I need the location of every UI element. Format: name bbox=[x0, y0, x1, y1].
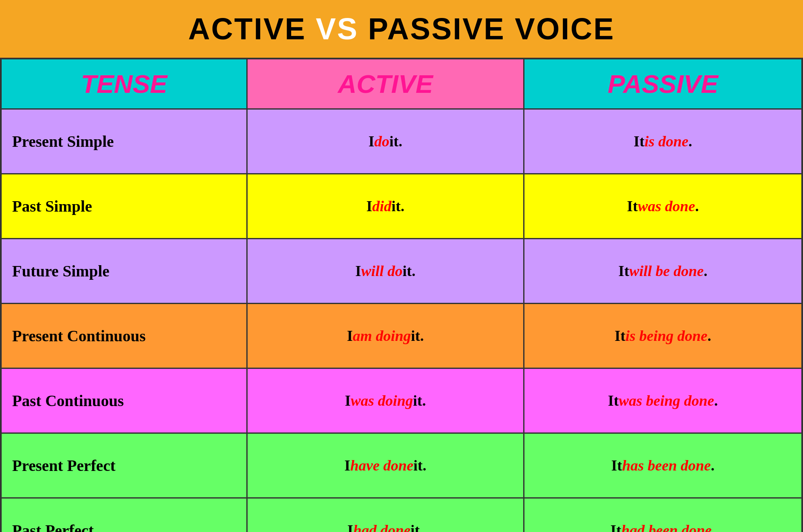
tense-header-label: TENSE bbox=[81, 69, 167, 99]
passive-header-cell: PASSIVE bbox=[524, 59, 801, 110]
title-passive: PASSIVE VOICE bbox=[358, 12, 615, 46]
table-body: Present SimpleI do it.It is done.Past Si… bbox=[2, 110, 801, 532]
page-title: ACTIVE VS PASSIVE VOICE bbox=[8, 12, 795, 46]
grammar-table: TENSE ACTIVE PASSIVE Present SimpleI do … bbox=[0, 58, 803, 532]
main-container: ACTIVE VS PASSIVE VOICE TENSE ACTIVE PAS… bbox=[0, 0, 803, 532]
tense-cell-future-simple: Future Simple bbox=[2, 239, 248, 304]
passive-cell-past-continuous: It was being done. bbox=[524, 369, 801, 434]
active-highlight-past-perfect: had done bbox=[353, 522, 410, 532]
table-row-present-continuous: Present ContinuousI am doing it.It is be… bbox=[2, 304, 801, 369]
table-row-present-simple: Present SimpleI do it.It is done. bbox=[2, 110, 801, 174]
tense-cell-present-continuous: Present Continuous bbox=[2, 304, 248, 369]
table-row-past-perfect: Past PerfectI had done it.It had been do… bbox=[2, 499, 801, 532]
tense-cell-present-perfect: Present Perfect bbox=[2, 434, 248, 499]
active-highlight-present-simple: do bbox=[374, 133, 389, 150]
tense-cell-past-continuous: Past Continuous bbox=[2, 369, 248, 434]
tense-header-cell: TENSE bbox=[2, 59, 248, 110]
active-highlight-present-continuous: am doing bbox=[353, 327, 411, 345]
active-highlight-past-simple: did bbox=[372, 197, 391, 215]
table-header: TENSE ACTIVE PASSIVE bbox=[2, 59, 801, 110]
active-highlight-past-continuous: was doing bbox=[350, 392, 413, 409]
tense-cell-present-simple: Present Simple bbox=[2, 110, 248, 174]
passive-highlight-present-continuous: is being done bbox=[625, 327, 707, 345]
table-row-future-simple: Future SimpleI will do it.It will be don… bbox=[2, 239, 801, 304]
passive-header-label: PASSIVE bbox=[608, 69, 718, 99]
passive-highlight-past-perfect: had been done bbox=[621, 522, 712, 532]
title-vs: VS bbox=[316, 12, 358, 46]
active-header-cell: ACTIVE bbox=[248, 59, 524, 110]
active-cell-past-perfect: I had done it. bbox=[248, 499, 524, 532]
active-cell-present-simple: I do it. bbox=[248, 110, 524, 174]
active-header-label: ACTIVE bbox=[338, 69, 433, 99]
passive-highlight-present-simple: is done bbox=[644, 133, 688, 150]
title-bar: ACTIVE VS PASSIVE VOICE bbox=[0, 0, 803, 58]
tense-cell-past-perfect: Past Perfect bbox=[2, 499, 248, 532]
passive-cell-present-continuous: It is being done. bbox=[524, 304, 801, 369]
active-cell-past-simple: I did it. bbox=[248, 174, 524, 239]
table-row-past-continuous: Past ContinuousI was doing it.It was bei… bbox=[2, 369, 801, 434]
passive-cell-present-perfect: It has been done. bbox=[524, 434, 801, 499]
active-cell-present-perfect: I have done it. bbox=[248, 434, 524, 499]
passive-highlight-past-continuous: was being done bbox=[619, 392, 714, 409]
active-cell-past-continuous: I was doing it. bbox=[248, 369, 524, 434]
passive-cell-present-simple: It is done. bbox=[524, 110, 801, 174]
table-row-present-perfect: Present PerfectI have done it.It has bee… bbox=[2, 434, 801, 499]
tense-cell-past-simple: Past Simple bbox=[2, 174, 248, 239]
passive-highlight-future-simple: will be done bbox=[629, 262, 704, 280]
passive-cell-future-simple: It will be done. bbox=[524, 239, 801, 304]
passive-cell-past-perfect: It had been done. bbox=[524, 499, 801, 532]
passive-cell-past-simple: It was done. bbox=[524, 174, 801, 239]
title-active: ACTIVE bbox=[188, 12, 316, 46]
passive-highlight-past-simple: was done bbox=[638, 197, 695, 215]
active-cell-present-continuous: I am doing it. bbox=[248, 304, 524, 369]
table-row-past-simple: Past SimpleI did it.It was done. bbox=[2, 174, 801, 239]
active-highlight-future-simple: will do bbox=[361, 262, 402, 280]
passive-highlight-present-perfect: has been done bbox=[622, 457, 711, 474]
active-highlight-present-perfect: have done bbox=[350, 457, 414, 474]
active-cell-future-simple: I will do it. bbox=[248, 239, 524, 304]
